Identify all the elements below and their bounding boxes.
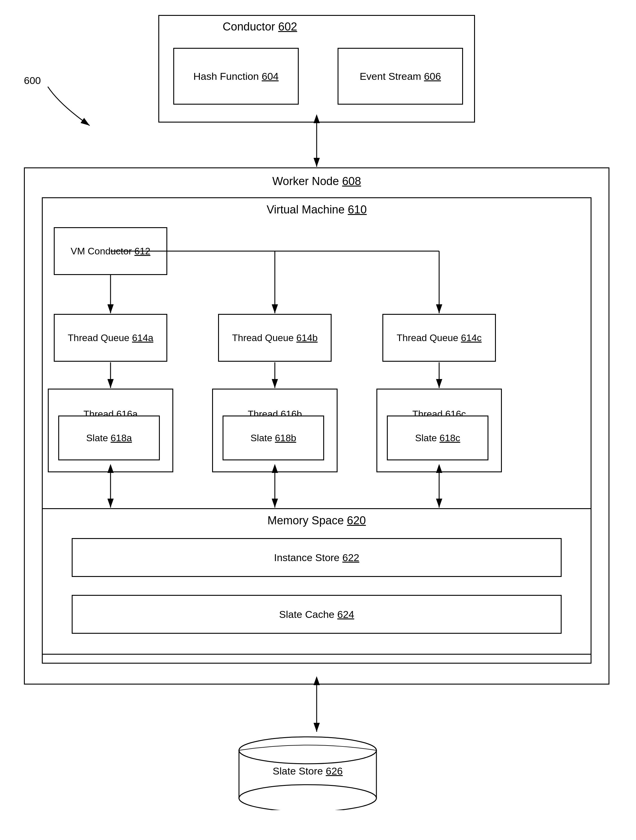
thread-queue-a-label: Thread Queue 614a <box>68 332 153 343</box>
slate-c-label: Slate 618c <box>415 433 460 444</box>
instance-store-box: Instance Store 622 <box>72 538 562 577</box>
slate-a-box: Slate 618a <box>58 415 160 460</box>
slate-store-container: Slate Store 626 <box>233 733 383 810</box>
hash-function-box: Hash Function 604 <box>173 48 299 105</box>
thread-queue-c-label: Thread Queue 614c <box>397 332 482 343</box>
slate-b-box: Slate 618b <box>222 415 324 460</box>
diagram-ref-label: 600 <box>24 75 41 86</box>
vm-conductor-label: VM Conductor 612 <box>71 246 151 257</box>
slate-store-label: Slate Store 626 <box>233 765 383 777</box>
slate-a-label: Slate 618a <box>86 433 132 444</box>
vm-conductor-box: VM Conductor 612 <box>54 227 167 275</box>
conductor-label: Conductor 602 <box>222 21 297 33</box>
thread-queue-c-box: Thread Queue 614c <box>383 314 496 362</box>
vm-label: Virtual Machine 610 <box>266 203 367 216</box>
thread-queue-b-label: Thread Queue 614b <box>232 332 318 343</box>
instance-store-label: Instance Store 622 <box>274 552 359 564</box>
event-stream-box: Event Stream 606 <box>338 48 463 105</box>
slate-c-box: Slate 618c <box>387 415 488 460</box>
hash-function-label: Hash Function 604 <box>193 71 279 82</box>
memory-space-label: Memory Space 620 <box>268 514 366 527</box>
svg-point-2 <box>239 785 376 810</box>
slate-cache-box: Slate Cache 624 <box>72 595 562 634</box>
event-stream-label: Event Stream 606 <box>360 71 441 82</box>
thread-queue-a-box: Thread Queue 614a <box>54 314 167 362</box>
worker-node-label: Worker Node 608 <box>272 175 361 188</box>
slate-b-label: Slate 618b <box>250 433 296 444</box>
slate-cache-label: Slate Cache 624 <box>279 609 354 620</box>
thread-queue-b-box: Thread Queue 614b <box>218 314 332 362</box>
